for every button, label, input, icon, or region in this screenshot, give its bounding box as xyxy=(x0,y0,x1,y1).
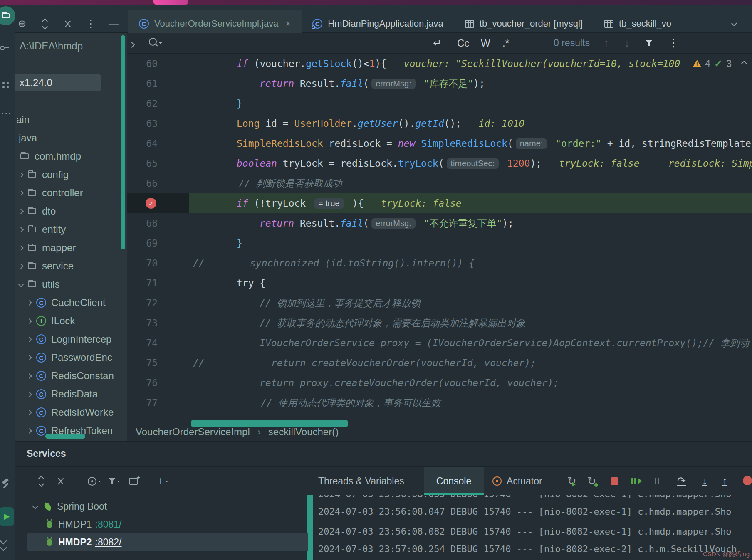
service-item-HMDP1[interactable]: HMDP1:8081/ xyxy=(27,515,121,533)
sidebar-item-service[interactable]: service xyxy=(15,257,127,275)
more-options-icon[interactable]: ⋮ xyxy=(85,18,96,29)
chevron-right-icon[interactable] xyxy=(18,227,24,232)
sidebar-item-ILock[interactable]: IILock xyxy=(15,312,127,330)
step-into-icon[interactable]: ↓ xyxy=(702,467,707,495)
gutter[interactable]: 70 xyxy=(127,253,189,273)
code-line-68[interactable]: 68return Result.fail(errorMsg: "不允许重复下单"… xyxy=(127,213,752,233)
project-scrollbar-vertical[interactable] xyxy=(121,35,125,249)
add-service-icon[interactable]: + xyxy=(157,467,168,495)
code-line-72[interactable]: 72// 锁加到这里，事务提交后才释放锁 xyxy=(127,293,752,313)
sidebar-item-RedisData[interactable]: CRedisData xyxy=(15,385,127,403)
sidebar-item-CacheClient[interactable]: CCacheClient xyxy=(15,294,127,312)
svc-expand-all-icon[interactable] xyxy=(39,467,43,495)
search-history-caret-icon[interactable] xyxy=(158,42,163,46)
sidebar-item-RedisIdWorke[interactable]: CRedisIdWorke xyxy=(15,403,127,422)
services-title[interactable]: Services xyxy=(27,448,66,459)
inspection-widget[interactable]: !4✓3 xyxy=(693,54,746,74)
svc-collapse-all-icon[interactable] xyxy=(59,467,63,495)
sidebar-item-java[interactable]: java xyxy=(15,129,127,147)
code-line-69[interactable]: 69} xyxy=(127,233,752,253)
code-line-61[interactable]: 61return Result.fail(errorMsg: "库存不足"); xyxy=(127,74,752,94)
double-chevron-icon[interactable] xyxy=(1,538,6,550)
chevron-right-icon[interactable] xyxy=(27,392,32,397)
commit-icon[interactable] xyxy=(0,44,10,52)
chevron-right-icon[interactable] xyxy=(18,190,24,196)
gutter[interactable]: 64 xyxy=(127,133,189,153)
resume-icon[interactable] xyxy=(631,467,642,495)
regex-icon[interactable]: .* xyxy=(502,33,509,53)
match-case-icon[interactable]: Cc xyxy=(457,33,469,53)
service-item-Spring Boot[interactable]: Spring Boot xyxy=(27,497,107,516)
filter-search-icon[interactable] xyxy=(645,33,653,53)
warning-icon[interactable]: ! xyxy=(693,60,701,67)
code-line-73[interactable]: 73// 获取事务的动态代理对象，需要在启动类加注解暴漏出对象 xyxy=(127,313,752,333)
service-port-link[interactable]: :8082/ xyxy=(95,537,122,548)
selected-tree-item[interactable]: x1.24.0 xyxy=(15,74,101,91)
code-editor[interactable]: 60if (voucher.getStock()<1){ voucher: "S… xyxy=(127,54,752,441)
build-icon[interactable] xyxy=(1,479,12,490)
chevron-right-icon[interactable] xyxy=(27,337,32,342)
locate-file-icon[interactable]: ⊕ xyxy=(17,18,27,29)
gutter[interactable]: 72 xyxy=(127,293,189,313)
sidebar-item-entity[interactable]: entity xyxy=(15,220,127,239)
code-line-65[interactable]: 65boolean tryLock = redisLock.tryLock(ti… xyxy=(127,153,752,173)
code-line-71[interactable]: 71try { xyxy=(127,273,752,293)
sidebar-item-config[interactable]: config xyxy=(15,165,127,184)
code-line-75[interactable]: 75//return createVoucherOrder(voucherId,… xyxy=(127,353,752,373)
gutter[interactable]: 76 xyxy=(127,373,189,393)
sidebar-item-mapper[interactable]: mapper xyxy=(15,239,127,257)
next-occurrence-icon[interactable]: ↓ xyxy=(624,33,630,53)
sidebar-item-dto[interactable]: dto xyxy=(15,202,127,220)
code-line-64[interactable]: 64SimpleRedisLock redisLock = new Simple… xyxy=(127,133,752,153)
tab-overflow-chevron-icon[interactable] xyxy=(732,20,736,27)
code-line-76[interactable]: 76return proxy.createVoucherOrder(vouche… xyxy=(127,373,752,393)
rerun-icon[interactable]: ↻ xyxy=(567,467,576,495)
gutter[interactable]: 77 xyxy=(127,393,189,413)
gutter[interactable]: ✓ xyxy=(127,193,189,213)
gutter[interactable]: 62 xyxy=(127,94,189,113)
search-more-icon[interactable]: ⋮ xyxy=(668,33,679,53)
words-icon[interactable]: W xyxy=(481,33,490,53)
breakpoint-indicator-icon[interactable] xyxy=(743,476,752,485)
gutter[interactable]: 63 xyxy=(127,113,189,133)
code-line-77[interactable]: 77// 使用动态代理类的对象，事务可以生效 xyxy=(127,393,752,413)
stop-icon[interactable] xyxy=(611,467,618,495)
code-line-67[interactable]: ✓if (!tryLock = true ){ tryLock: false xyxy=(127,193,752,213)
svc-filter-icon[interactable] xyxy=(109,467,120,495)
chevron-right-icon[interactable] xyxy=(27,318,32,324)
gutter[interactable]: 71 xyxy=(127,273,189,293)
tab-actuator[interactable]: Actuator xyxy=(492,467,542,495)
gutter[interactable]: 66 xyxy=(127,173,189,193)
code-line-62[interactable]: 62} xyxy=(127,94,752,113)
chevron-right-icon[interactable] xyxy=(27,355,32,360)
check-icon[interactable]: ✓ xyxy=(714,58,722,69)
breadcrumb-class[interactable]: VoucherOrderServiceImpl xyxy=(136,426,250,438)
chevron-right-icon[interactable] xyxy=(18,245,24,251)
sidebar-item-ain[interactable]: ain xyxy=(15,111,127,129)
chevron-right-icon[interactable] xyxy=(27,410,32,415)
preserve-case-icon[interactable]: ↵ xyxy=(433,33,441,53)
pause-icon[interactable] xyxy=(655,467,661,495)
search-icon[interactable] xyxy=(149,38,157,46)
chevron-right-icon[interactable] xyxy=(27,428,32,434)
expand-all-icon[interactable] xyxy=(40,18,50,29)
code-line-60[interactable]: 60if (voucher.getStock()<1){ voucher: "S… xyxy=(127,54,752,74)
service-item-Database[interactable]: Database xyxy=(27,555,99,560)
chevron-down-icon[interactable] xyxy=(18,282,24,287)
view-options-icon[interactable] xyxy=(88,467,101,495)
code-line-74[interactable]: 74IVoucherOrderService proxy = (IVoucher… xyxy=(127,333,752,353)
project-tool-button[interactable] xyxy=(0,6,15,25)
breadcrumb-method[interactable]: seckillVoucher() xyxy=(268,426,339,438)
collapse-all-icon[interactable] xyxy=(62,18,73,29)
sidebar-item-LoginIntercep[interactable]: CLoginIntercep xyxy=(15,330,127,348)
gutter[interactable]: 69 xyxy=(127,233,189,253)
sidebar-item-utils[interactable]: utils xyxy=(15,275,127,294)
structure-icon[interactable] xyxy=(2,82,5,84)
sidebar-item-com.hmdp[interactable]: com.hmdp xyxy=(15,147,127,165)
sidebar-item-controller[interactable]: controller xyxy=(15,184,127,202)
chevron-right-icon[interactable] xyxy=(18,264,24,269)
add-tab-icon[interactable] xyxy=(129,467,138,495)
close-tab-icon[interactable]: × xyxy=(285,18,291,29)
more-tools-icon[interactable]: ⋯ xyxy=(1,107,12,120)
chevron-right-icon[interactable] xyxy=(18,172,24,178)
